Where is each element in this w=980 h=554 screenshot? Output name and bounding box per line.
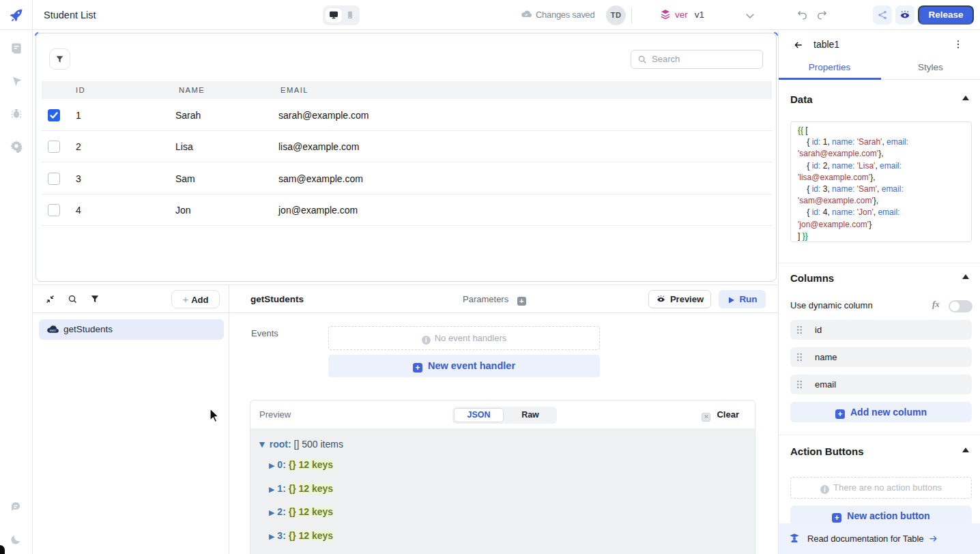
svg-text:REST: REST	[50, 330, 57, 332]
